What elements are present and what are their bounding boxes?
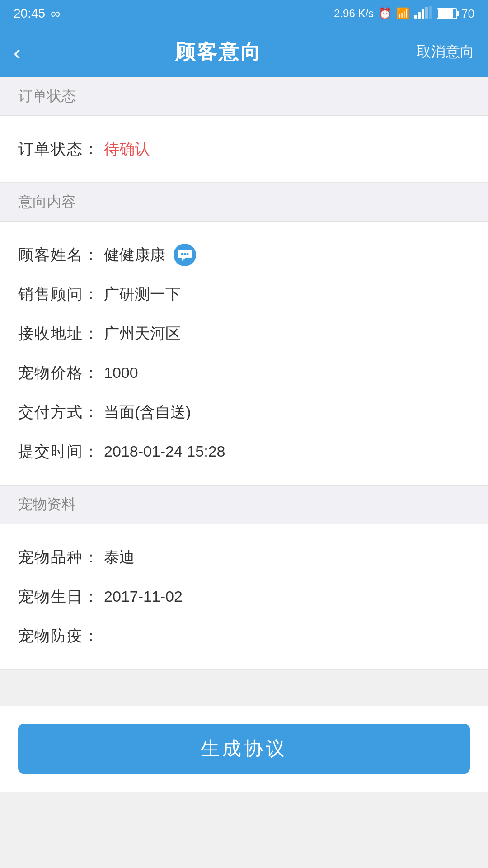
- submit-time-label: 提交时间：: [18, 440, 99, 463]
- status-bar-left: 20:45 ∞: [14, 6, 60, 21]
- svg-rect-6: [457, 11, 459, 16]
- order-status-content: 订单状态： 待确认: [0, 116, 488, 183]
- pet-price-row: 宠物价格： 1000: [18, 353, 470, 392]
- chat-icon[interactable]: [174, 244, 196, 266]
- intent-content-section-header: 意向内容: [0, 183, 488, 222]
- pet-vaccine-row: 宠物防疫：: [18, 616, 470, 656]
- order-status-row: 订单状态： 待确认: [18, 129, 470, 169]
- pet-price-value: 1000: [104, 361, 138, 384]
- svg-rect-7: [438, 9, 453, 18]
- pet-vaccine-label: 宠物防疫：: [18, 624, 99, 647]
- pet-info-section-header: 宠物资料: [0, 485, 488, 524]
- order-status-section-header: 订单状态: [0, 77, 488, 116]
- svg-point-8: [181, 253, 183, 255]
- sales-advisor-row: 销售顾问： 广研测一下: [18, 274, 470, 314]
- header: ‹ 顾客意向 取消意向: [0, 27, 488, 77]
- spacer: [0, 670, 488, 697]
- address-value: 广州天河区: [104, 322, 181, 345]
- pet-info-content: 宠物品种： 泰迪 宠物生日： 2017-11-02 宠物防疫：: [0, 524, 488, 670]
- pet-breed-label: 宠物品种：: [18, 546, 99, 569]
- status-bar-right: 2.96 K/s ⏰ 📶 70: [334, 6, 474, 21]
- payment-method-row: 交付方式： 当面(含自送): [18, 392, 470, 432]
- pet-birthday-value: 2017-11-02: [104, 585, 183, 608]
- svg-point-10: [187, 253, 189, 255]
- pet-breed-row: 宠物品种： 泰迪: [18, 538, 470, 577]
- status-bar: 20:45 ∞ 2.96 K/s ⏰ 📶 70: [0, 0, 488, 27]
- payment-method-value: 当面(含自送): [104, 401, 191, 424]
- intent-content: 顾客姓名： 健健康康 销售顾问： 广研测一下 接收地址： 广州天河区 宠物价格：…: [0, 222, 488, 485]
- sales-advisor-label: 销售顾问：: [18, 283, 99, 306]
- clock-icon: ⏰: [378, 7, 392, 20]
- page-title: 顾客意向: [175, 39, 262, 66]
- submit-time-row: 提交时间： 2018-01-24 15:28: [18, 432, 470, 471]
- pet-price-label: 宠物价格：: [18, 361, 99, 384]
- pet-breed-value: 泰迪: [104, 546, 135, 569]
- customer-name-label: 顾客姓名：: [18, 243, 99, 266]
- cancel-intent-button[interactable]: 取消意向: [417, 42, 474, 62]
- wifi-icon: 📶: [396, 7, 410, 20]
- pet-birthday-row: 宠物生日： 2017-11-02: [18, 577, 470, 616]
- order-status-label: 订单状态：: [18, 137, 99, 160]
- svg-rect-0: [414, 15, 417, 19]
- svg-rect-1: [418, 12, 421, 19]
- svg-rect-4: [429, 6, 432, 19]
- generate-btn-container: 生成协议: [0, 706, 488, 792]
- generate-protocol-button[interactable]: 生成协议: [18, 724, 470, 774]
- pet-birthday-label: 宠物生日：: [18, 585, 99, 608]
- status-time: 20:45: [14, 6, 45, 21]
- order-status-value: 待确认: [104, 137, 150, 160]
- infinity-icon: ∞: [51, 6, 60, 21]
- signal-icon: [414, 6, 432, 21]
- back-button[interactable]: ‹: [14, 40, 21, 65]
- svg-rect-2: [422, 9, 424, 19]
- customer-name-row: 顾客姓名： 健健康康: [18, 235, 470, 274]
- payment-method-label: 交付方式：: [18, 401, 99, 424]
- address-label: 接收地址：: [18, 322, 99, 345]
- sales-advisor-value: 广研测一下: [104, 283, 181, 306]
- customer-name-value: 健健康康: [104, 243, 165, 266]
- svg-rect-3: [425, 7, 428, 19]
- battery-icon: 70: [437, 7, 474, 21]
- svg-point-9: [184, 253, 186, 255]
- address-row: 接收地址： 广州天河区: [18, 314, 470, 353]
- network-speed: 2.96 K/s: [334, 7, 374, 20]
- submit-time-value: 2018-01-24 15:28: [104, 440, 225, 463]
